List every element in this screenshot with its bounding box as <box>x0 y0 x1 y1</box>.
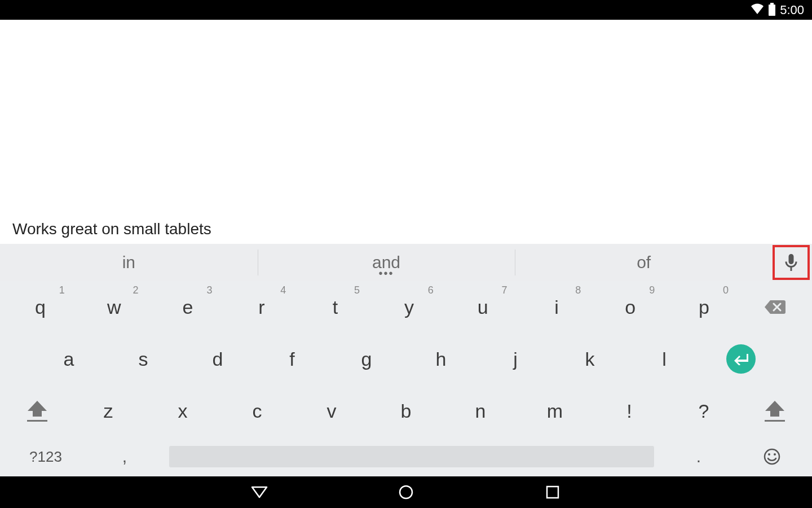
key-f[interactable]: f <box>255 333 329 385</box>
battery-icon <box>769 5 775 16</box>
key-d[interactable]: d <box>180 333 255 385</box>
shift-icon <box>28 401 47 417</box>
suggestion-strip: in and ••• of <box>0 244 812 281</box>
key-i[interactable]: i8 <box>520 281 594 333</box>
key-r[interactable]: r4 <box>224 281 298 333</box>
keyboard-row-2: a s d f g h j k l <box>3 333 809 385</box>
on-screen-keyboard: q1 w2 e3 r4 t5 y6 u7 i8 o9 p0 a <box>0 281 812 476</box>
key-s[interactable]: s <box>106 333 180 385</box>
suggestion-3[interactable]: of <box>515 244 773 281</box>
key-y[interactable]: y6 <box>372 281 446 333</box>
keyboard-row-3: z x c v b n m ! ? <box>3 385 809 437</box>
wifi-icon <box>751 3 764 17</box>
key-m[interactable]: m <box>518 385 592 437</box>
key-x[interactable]: x <box>145 385 220 437</box>
key-w[interactable]: w2 <box>77 281 151 333</box>
key-p[interactable]: p0 <box>667 281 741 333</box>
navigation-bar <box>0 476 812 508</box>
key-o[interactable]: o9 <box>593 281 667 333</box>
shift-icon <box>765 401 784 417</box>
key-u[interactable]: u7 <box>446 281 520 333</box>
more-suggestions-icon[interactable]: ••• <box>378 267 394 280</box>
nav-back-icon <box>251 486 268 498</box>
nav-home-icon <box>398 484 414 500</box>
status-bar: 5:00 <box>0 0 812 20</box>
key-q[interactable]: q1 <box>3 281 77 333</box>
enter-key[interactable] <box>701 333 780 385</box>
svg-point-1 <box>768 453 770 456</box>
key-h[interactable]: h <box>404 333 478 385</box>
key-question[interactable]: ? <box>667 385 741 437</box>
emoji-icon <box>763 448 781 466</box>
key-n[interactable]: n <box>443 385 518 437</box>
enter-icon <box>726 344 756 374</box>
shift-key-right[interactable] <box>741 385 809 437</box>
space-key[interactable] <box>161 446 662 467</box>
key-c[interactable]: c <box>220 385 294 437</box>
key-comma[interactable]: , <box>88 447 161 466</box>
suggestion-1[interactable]: in <box>0 244 258 281</box>
key-t[interactable]: t5 <box>298 281 372 333</box>
text-input-region[interactable]: Works great on small tablets <box>0 20 812 244</box>
svg-point-3 <box>400 486 412 498</box>
keyboard-row-1: q1 w2 e3 r4 t5 y6 u7 i8 o9 p0 <box>3 281 809 333</box>
space-bar <box>169 446 654 467</box>
shift-key-left[interactable] <box>3 385 71 437</box>
microphone-icon <box>785 254 797 271</box>
suggestion-2[interactable]: and ••• <box>258 244 515 281</box>
nav-recents-button[interactable] <box>541 481 564 503</box>
status-time: 5:00 <box>780 3 804 17</box>
svg-rect-4 <box>547 487 558 498</box>
key-k[interactable]: k <box>553 333 627 385</box>
symbols-key[interactable]: ?123 <box>3 448 88 466</box>
backspace-key[interactable] <box>741 281 809 333</box>
key-l[interactable]: l <box>627 333 701 385</box>
key-e[interactable]: e3 <box>151 281 225 333</box>
svg-point-2 <box>774 453 776 456</box>
keyboard-row-4: ?123 , . <box>3 437 809 476</box>
key-exclamation[interactable]: ! <box>592 385 667 437</box>
key-j[interactable]: j <box>478 333 553 385</box>
nav-back-button[interactable] <box>248 481 271 503</box>
typed-text: Works great on small tablets <box>12 220 211 238</box>
key-v[interactable]: v <box>294 385 369 437</box>
key-a[interactable]: a <box>32 333 106 385</box>
voice-input-button[interactable] <box>773 245 810 280</box>
svg-point-0 <box>765 449 779 464</box>
key-z[interactable]: z <box>71 385 145 437</box>
key-b[interactable]: b <box>369 385 443 437</box>
key-g[interactable]: g <box>329 333 404 385</box>
emoji-key[interactable] <box>735 448 809 466</box>
nav-home-button[interactable] <box>395 481 417 503</box>
app-content-area: Works great on small tablets in and ••• … <box>0 20 812 476</box>
key-period[interactable]: . <box>662 447 735 466</box>
nav-recents-icon <box>545 485 560 500</box>
backspace-icon <box>764 299 786 315</box>
